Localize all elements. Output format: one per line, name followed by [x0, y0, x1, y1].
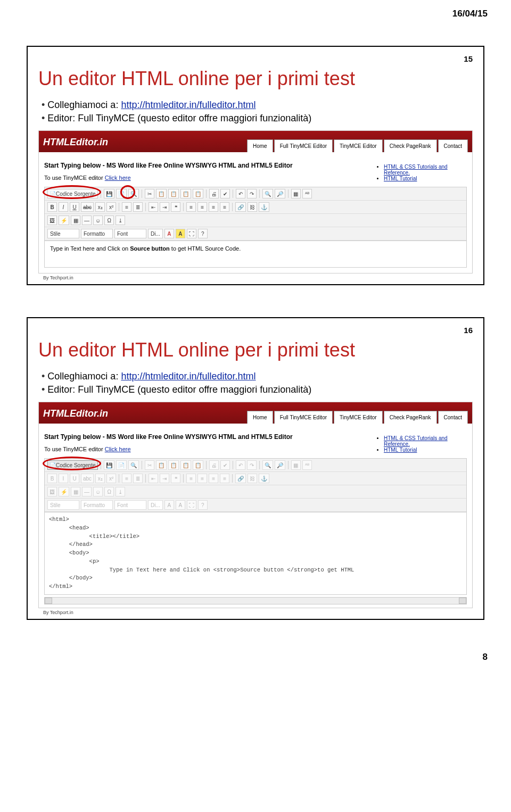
source-code-view[interactable]: <html> <head> <title></title> </head> <b…	[44, 512, 467, 595]
nav-tab[interactable]: TinyMCE Editor	[334, 411, 383, 424]
font-select[interactable]: Font	[114, 500, 146, 510]
anchor-icon[interactable]: ⚓	[259, 474, 269, 483]
backcolor-icon[interactable]: A	[176, 500, 185, 510]
align-right-icon[interactable]: ≡	[209, 202, 218, 212]
side-link[interactable]: HTML & CSS Tutorials and Reference.	[384, 164, 448, 176]
anchor-icon[interactable]: ⚓	[259, 202, 269, 212]
save-icon[interactable]: 💾	[104, 460, 114, 470]
click-here-link[interactable]: Click here	[105, 446, 131, 452]
align-center-icon[interactable]: ≡	[197, 202, 207, 212]
bold-icon[interactable]: B	[47, 202, 57, 212]
forecolor-icon[interactable]: A	[164, 229, 174, 238]
maximize-icon[interactable]: ⛶	[187, 229, 196, 238]
outdent-icon[interactable]: ⇤	[149, 202, 158, 212]
indent-icon[interactable]: ⇥	[160, 202, 169, 212]
nav-tab[interactable]: Full TinyMCE Editor	[274, 411, 333, 424]
paste-icon[interactable]: 📋	[168, 460, 179, 470]
select-all-icon[interactable]: ▦	[291, 189, 301, 198]
pagebreak-icon[interactable]: ⤓	[116, 216, 125, 225]
paste-word-icon[interactable]: 📋	[193, 460, 203, 470]
bullet-link-anchor[interactable]: http://htmleditor.in/fulleditor.html	[121, 371, 256, 382]
strike-icon[interactable]: abc	[81, 202, 94, 212]
format-select[interactable]: Formatto	[81, 229, 113, 238]
style-select[interactable]: Stile	[47, 500, 79, 510]
pagebreak-icon[interactable]: ⤓	[116, 487, 125, 496]
table-icon[interactable]: ▦	[71, 216, 80, 225]
link-icon[interactable]: 🔗	[235, 474, 246, 483]
forecolor-icon[interactable]: A	[164, 500, 174, 510]
subscript-icon[interactable]: x₂	[95, 474, 105, 483]
paste-word-icon[interactable]: 📋	[193, 189, 203, 198]
nav-tab[interactable]: Full TinyMCE Editor	[274, 139, 333, 152]
horizontal-scrollbar[interactable]	[44, 597, 467, 604]
nav-tab[interactable]: Contact	[438, 411, 468, 424]
align-center-icon[interactable]: ≡	[197, 474, 207, 483]
spell-icon[interactable]: ✔	[220, 460, 230, 470]
undo-icon[interactable]: ↶	[236, 189, 245, 198]
quote-icon[interactable]: ❝	[171, 202, 180, 212]
side-link[interactable]: HTML & CSS Tutorials and Reference.	[384, 435, 448, 447]
new-page-icon[interactable]: 📄	[116, 460, 127, 470]
maximize-icon[interactable]: ⛶	[187, 500, 196, 510]
nav-tab[interactable]: Home	[247, 139, 273, 152]
copy-icon[interactable]: 📋	[156, 189, 167, 198]
outdent-icon[interactable]: ⇤	[149, 474, 158, 483]
spell-icon[interactable]: ✔	[220, 189, 230, 198]
redo-icon[interactable]: ↷	[247, 460, 257, 470]
side-link[interactable]: HTML Tutorial	[384, 447, 417, 453]
underline-icon[interactable]: U	[70, 474, 79, 483]
find-icon[interactable]: 🔍	[262, 460, 273, 470]
format-select[interactable]: Formatto	[81, 500, 113, 510]
nav-tab[interactable]: Contact	[438, 139, 468, 152]
print-icon[interactable]: 🖨	[209, 460, 219, 470]
align-justify-icon[interactable]: ≡	[220, 474, 229, 483]
underline-icon[interactable]: U	[70, 202, 79, 212]
style-select[interactable]: Stile	[47, 229, 79, 238]
help-icon[interactable]: ?	[198, 500, 208, 510]
new-page-icon[interactable]: 📄	[116, 189, 127, 198]
subscript-icon[interactable]: x₂	[95, 202, 105, 212]
bullet-link-anchor[interactable]: http://htmleditor.in/fulleditor.html	[121, 100, 256, 110]
align-justify-icon[interactable]: ≡	[220, 202, 229, 212]
superscript-icon[interactable]: x²	[106, 474, 116, 483]
nav-tab[interactable]: Check PageRank	[384, 411, 437, 424]
source-button[interactable]: 📄 Codice Sorgente	[47, 189, 98, 198]
indent-icon[interactable]: ⇥	[160, 474, 169, 483]
source-button[interactable]: 📄 Codice Sorgente	[47, 460, 98, 470]
smiley-icon[interactable]: ☺	[93, 216, 103, 225]
hr-icon[interactable]: —	[82, 487, 92, 496]
cut-icon[interactable]: ✂	[145, 460, 154, 470]
unlink-icon[interactable]: ⛓	[248, 474, 257, 483]
image-icon[interactable]: 🖼	[47, 487, 57, 496]
link-icon[interactable]: 🔗	[235, 202, 246, 212]
paste-icon[interactable]: 📋	[168, 189, 179, 198]
replace-icon[interactable]: 🔎	[275, 460, 285, 470]
superscript-icon[interactable]: x²	[106, 202, 116, 212]
paste-text-icon[interactable]: 📋	[180, 460, 191, 470]
backcolor-icon[interactable]: A	[176, 229, 185, 238]
click-here-link[interactable]: Click here	[105, 175, 131, 181]
hr-icon[interactable]: —	[82, 216, 92, 225]
remove-format-icon[interactable]: ᴬᴮ	[302, 189, 312, 198]
nav-tab[interactable]: Home	[247, 411, 273, 424]
align-right-icon[interactable]: ≡	[209, 474, 218, 483]
char-icon[interactable]: Ω	[104, 487, 114, 496]
redo-icon[interactable]: ↷	[247, 189, 257, 198]
cut-icon[interactable]: ✂	[145, 189, 154, 198]
preview-icon[interactable]: 🔍	[128, 460, 139, 470]
find-icon[interactable]: 🔍	[262, 189, 273, 198]
image-icon[interactable]: 🖼	[47, 216, 57, 225]
copy-icon[interactable]: 📋	[156, 460, 167, 470]
numlist-icon[interactable]: ≡	[122, 474, 131, 483]
remove-format-icon[interactable]: ᴬᴮ	[302, 460, 312, 470]
replace-icon[interactable]: 🔎	[275, 189, 285, 198]
font-select[interactable]: Font	[114, 229, 146, 238]
editor-content[interactable]: Type in Text here and Click on Source bu…	[44, 241, 467, 268]
char-icon[interactable]: Ω	[104, 216, 114, 225]
align-left-icon[interactable]: ≡	[186, 202, 196, 212]
bullist-icon[interactable]: ≣	[133, 474, 143, 483]
undo-icon[interactable]: ↶	[236, 460, 245, 470]
paste-text-icon[interactable]: 📋	[180, 189, 191, 198]
print-icon[interactable]: 🖨	[209, 189, 219, 198]
size-select[interactable]: Di...	[148, 500, 163, 510]
